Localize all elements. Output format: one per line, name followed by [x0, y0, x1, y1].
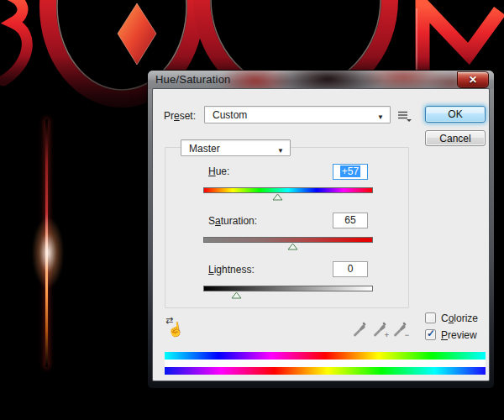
- eyedropper-sample-button[interactable]: [352, 322, 367, 339]
- dialog-title: Hue/Saturation: [155, 73, 231, 86]
- colorize-label: Colorize: [441, 312, 478, 324]
- saturation-slider[interactable]: [203, 237, 373, 243]
- channel-group-box: [165, 147, 409, 308]
- dialog-body: Preset: Custom ▼ OK Cancel Master ▼ Hue:…: [153, 89, 489, 381]
- channel-select[interactable]: Master ▼: [181, 139, 291, 156]
- preset-value: Custom: [213, 108, 247, 123]
- spectrum-bar-original: [165, 352, 486, 360]
- preset-label: Preset:: [164, 110, 196, 122]
- saturation-label: Saturation:: [208, 215, 257, 227]
- saturation-value: 65: [344, 214, 355, 226]
- hue-saturation-dialog: Hue/Saturation ✕ Preset: Custom ▼ OK Can…: [148, 71, 494, 388]
- close-button[interactable]: ✕: [457, 71, 489, 88]
- spectrum-bar-adjusted: [165, 367, 486, 375]
- hand-pointer-icon: ☝: [166, 321, 185, 339]
- saturation-input[interactable]: 65: [333, 213, 368, 228]
- lightness-slider-thumb[interactable]: [231, 291, 242, 299]
- lightness-value: 0: [348, 263, 354, 275]
- close-icon: ✕: [469, 74, 477, 86]
- eyedropper-subtract-button[interactable]: −: [392, 322, 407, 339]
- chevron-down-icon: ▼: [277, 144, 284, 159]
- lightness-label: Lightness:: [208, 264, 255, 276]
- hue-label: Hue:: [208, 165, 229, 177]
- eyedropper-icon: [352, 322, 367, 337]
- preview-label: Preview: [441, 329, 477, 341]
- hue-value: +57: [340, 165, 360, 177]
- saturation-slider-thumb[interactable]: [287, 243, 298, 250]
- lightness-input[interactable]: 0: [333, 261, 368, 277]
- spectrum-gap: [165, 360, 486, 367]
- chevron-down-icon: ▼: [377, 110, 384, 125]
- eyedropper-add-button[interactable]: +: [372, 322, 387, 339]
- targeted-adjustment-button[interactable]: ⇄ ☝: [165, 318, 185, 339]
- hue-input[interactable]: +57: [333, 164, 368, 180]
- ok-button[interactable]: OK: [425, 106, 486, 123]
- lightness-slider[interactable]: [203, 286, 373, 291]
- cancel-button[interactable]: Cancel: [425, 130, 486, 146]
- title-bar[interactable]: Hue/Saturation: [148, 71, 494, 89]
- hue-slider[interactable]: [203, 187, 373, 193]
- preset-options-button[interactable]: [397, 110, 412, 122]
- lens-flare: [32, 217, 64, 289]
- channel-value: Master: [189, 141, 220, 156]
- preset-select[interactable]: Custom ▼: [204, 106, 391, 123]
- hue-slider-thumb[interactable]: [272, 193, 283, 201]
- chevron-down-icon: [407, 119, 412, 122]
- preview-checkbox[interactable]: ✓: [425, 329, 436, 340]
- colorize-checkbox[interactable]: [425, 312, 436, 323]
- checkmark-icon: ✓: [427, 328, 435, 339]
